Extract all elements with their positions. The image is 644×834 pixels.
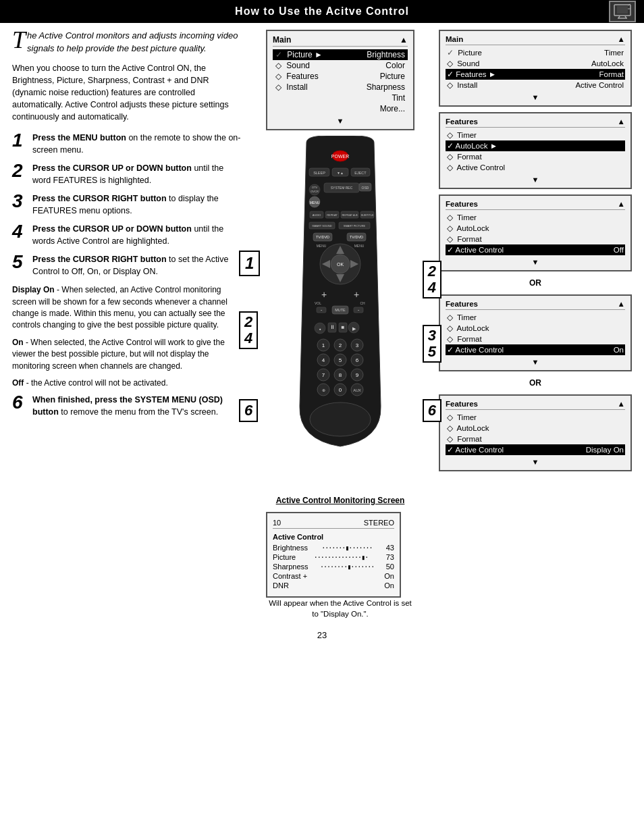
svg-text:2: 2 (339, 342, 342, 348)
panel1-picture-label: ✓ Picture (447, 48, 482, 57)
panel2-row-autolock: ✓ AutoLock ► (446, 140, 625, 151)
intro-para1: The Active Control monitors and adjusts … (12, 30, 242, 55)
monitor-row-contrast: Contrast + On (273, 572, 394, 580)
svg-text:MUTE: MUTE (335, 308, 346, 312)
svg-text:4: 4 (322, 357, 325, 363)
svg-text:MENU: MENU (354, 244, 365, 248)
monitor-brightness-bar: ·······▮······· (321, 544, 372, 552)
remote-svg: POWER SLEEP ▼▲ EJECT OTV OVCR (259, 136, 421, 487)
svg-text:OK: OK (337, 262, 344, 267)
monitoring-screen-box: 10 STEREO Active Control Brightness ····… (266, 512, 401, 598)
panel4-title-text: Features (446, 300, 478, 308)
on-desc: On - When selected, the Active Control w… (12, 337, 242, 372)
drop-cap: T (12, 30, 26, 51)
monitor-row-sharpness: Sharpness ········▮······· 50 (273, 563, 394, 571)
panel5-row-format: ◇ Format (446, 434, 625, 444)
monitor-sharpness-val: 50 (386, 563, 394, 571)
monitor-sharpness-name: Sharpness (273, 563, 308, 571)
step-6-content: When finished, press the SYSTEM MENU (OS… (32, 394, 242, 418)
step-2-number: 2 (12, 161, 28, 180)
display-on-desc: Display On - When selected, an Active Co… (12, 284, 242, 332)
svg-text:5: 5 (339, 357, 342, 363)
svg-text:AUX: AUX (353, 388, 361, 392)
monitoring-section: Active Control Monitoring Screen 10 STER… (266, 496, 414, 619)
monitor-stereo: STEREO (364, 519, 394, 527)
panel1-features-label: ✓ Features ► (447, 70, 496, 79)
svg-text:6: 6 (356, 357, 359, 363)
step-3: 3 Press the CURSOR RIGHT button to displ… (12, 193, 242, 217)
menu-row-install: ◇ Install Sharpness (273, 82, 408, 93)
step-overlay-35-right: 35 (423, 325, 441, 363)
menu-row-right: Sharpness (367, 82, 405, 92)
panel5-bottom: ▼ (446, 455, 625, 466)
panel3-row-autolock: ◇ AutoLock (446, 223, 625, 234)
step-overlay-6-right: 6 (423, 399, 441, 422)
menu-title: Main ▲ (273, 35, 408, 47)
panel4-row-format: ◇ Format (446, 334, 625, 344)
panel1-row-picture: ✓ Picture Timer (446, 47, 625, 58)
svg-text:-: - (358, 307, 360, 313)
svg-text:⏸: ⏸ (329, 324, 335, 330)
monitor-channel: 10 (273, 519, 281, 527)
svg-rect-1 (617, 6, 628, 14)
step-1-bold: Press the MENU button (32, 133, 126, 142)
svg-text:▼▲: ▼▲ (337, 171, 344, 175)
step-3-number: 3 (12, 192, 28, 211)
svg-text:OSD: OSD (362, 186, 369, 190)
svg-text:●: ● (319, 327, 321, 331)
panel1-row-sound: ◇ Sound AutoLock (446, 58, 625, 69)
panel2-title-arrow: ▲ (618, 118, 625, 126)
step-1-content: Press the MENU button on the remote to s… (32, 132, 242, 156)
panel5-title-arrow: ▲ (618, 400, 625, 408)
svg-text:3: 3 (356, 342, 359, 348)
step-5: 5 Press the CURSOR RIGHT button to set t… (12, 254, 242, 278)
step-3-bold: Press the CURSOR RIGHT button (32, 194, 167, 203)
svg-text:⊕: ⊕ (322, 388, 325, 392)
right-column: Main ▲ ✓ Picture Timer ◇ Sound AutoLock … (439, 30, 632, 619)
monitor-dnr-name: DNR (273, 581, 289, 590)
monitor-row-brightness: Brightness ·······▮······· 43 (273, 544, 394, 552)
on-text: - When selected, the Active Control will… (12, 338, 225, 371)
off-desc: Off - the Active control will not be act… (12, 377, 242, 389)
panel1-row-install: ◇ Install Active Control (446, 80, 625, 90)
intro-text-body: he Active Control monitors and adjusts i… (27, 30, 238, 53)
step-1-number: 1 (12, 131, 28, 150)
monitor-row-picture: Picture ··············▮· 73 (273, 553, 394, 561)
panel2-title: Features ▲ (446, 118, 625, 128)
remote-control-wrapper: 1 24 6 24 35 6 POWER (259, 136, 421, 489)
menu-row-tint: Tint (273, 93, 408, 103)
menu-tint: Tint (392, 93, 405, 103)
panel1-row-features: ✓ Features ► Format (446, 69, 625, 80)
panel3-row-timer: ◇ Timer (446, 212, 625, 223)
step-2: 2 Press the CURSOR UP or DOWN button unt… (12, 163, 242, 186)
step-2-content: Press the CURSOR UP or DOWN button until… (32, 163, 242, 186)
panel3-title-text: Features (446, 200, 478, 208)
monitor-dnr-val: On (384, 581, 394, 590)
panel1-picture-val: Timer (604, 49, 624, 57)
step-6: 6 When finished, press the SYSTEM MENU (… (12, 394, 242, 418)
panel3-timer-label: ◇ Timer (447, 213, 477, 222)
monitor-sharpness-bar: ········▮······· (320, 563, 374, 571)
step-4-content: Press the CURSOR UP or DOWN button until… (32, 224, 242, 247)
monitoring-caption: Will appear when the Active Control is s… (266, 598, 414, 619)
svg-text:■: ■ (342, 324, 345, 330)
panel2-activecontrol-label: ◇ Active Control (447, 163, 505, 172)
page-header: How to Use the Acitve Control (0, 0, 644, 23)
svg-text:+: + (354, 289, 359, 300)
step-5-content: Press the CURSOR RIGHT button to set the… (32, 254, 242, 278)
svg-text:8: 8 (339, 372, 342, 378)
panel2-autolock-label: ✓ AutoLock ► (447, 141, 498, 151)
menu-row-left: ◇ Install (275, 82, 308, 92)
step-5-bold: Press the CURSOR RIGHT button (32, 255, 167, 264)
step-4-bold: Press the CURSOR UP or DOWN button (32, 224, 192, 234)
right-panel-2: Features ▲ ◇ Timer ✓ AutoLock ► ◇ Format… (439, 112, 632, 189)
monitor-header: 10 STEREO (273, 519, 394, 529)
panel2-row-timer: ◇ Timer (446, 130, 625, 140)
panel5-activecontrol-label: ✓ Active Control (447, 445, 504, 454)
middle-column: Main ▲ ✓ Picture ► Brightness ◇ Sound Co… (250, 30, 431, 619)
panel4-activecontrol-val: On (614, 346, 624, 354)
panel4-title-arrow: ▲ (618, 300, 625, 308)
panel4-autolock-label: ◇ AutoLock (447, 323, 489, 333)
svg-text:0: 0 (339, 387, 342, 393)
panel5-row-autolock: ◇ AutoLock (446, 423, 625, 434)
